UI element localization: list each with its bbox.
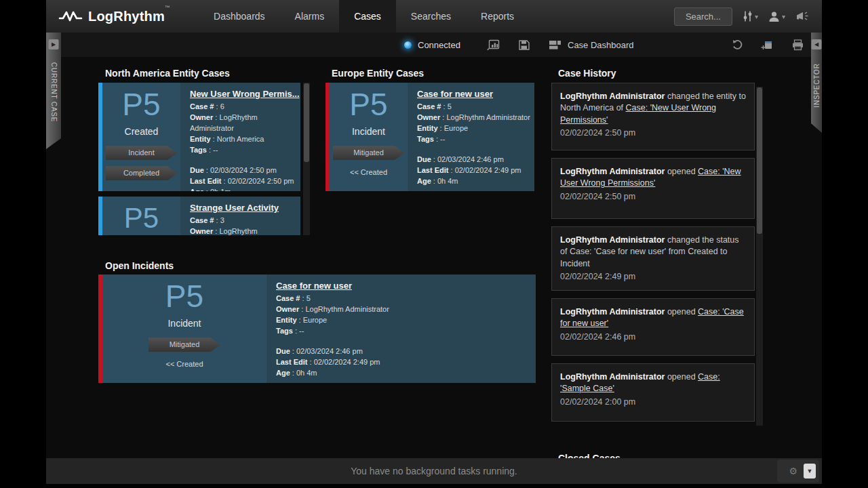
- main-nav: Dashboards Alarms Cases Searches Reports: [199, 0, 529, 33]
- settings-gear-icon[interactable]: ⚙: [789, 466, 797, 476]
- print-icon[interactable]: [791, 39, 804, 51]
- case-card-details: Case for new user Case # : 5 Owner : Log…: [408, 83, 534, 191]
- save-dashboard-button[interactable]: [518, 39, 530, 51]
- case-card-details: New User Wrong Permis... Case # : 6 Owne…: [180, 83, 300, 191]
- case-due: 02/03/2024 2:46 pm: [296, 347, 363, 355]
- user-icon: [768, 10, 781, 23]
- user-menu-dropdown[interactable]: ▾: [768, 10, 785, 23]
- history-entry: LogRhythm Administrator opened Case: 'Ca…: [551, 298, 755, 356]
- collapse-statusbar-button[interactable]: ▼: [804, 464, 816, 479]
- history-action: opened: [665, 372, 698, 382]
- case-card-case-for-new-user[interactable]: P5 Incident Mitigated << Created Case fo…: [326, 83, 534, 191]
- nav-searches[interactable]: Searches: [396, 0, 466, 33]
- case-card-details: Case for new user Case # : 5 Owner : Log…: [267, 274, 536, 383]
- case-history-scrollbar[interactable]: [756, 87, 763, 426]
- case-card-details: Strange User Activity Case # : 3 Owner :…: [180, 197, 300, 235]
- europe-section-title: Europe Entity Cases: [332, 68, 424, 79]
- actor-name: LogRhythm Administrator: [560, 235, 665, 245]
- case-title-link[interactable]: Strange User Activity: [190, 203, 300, 213]
- case-dashboard-selector[interactable]: Case Dashboard: [549, 40, 634, 50]
- undo-reset-icon[interactable]: [731, 39, 743, 51]
- case-tags: --: [213, 146, 218, 154]
- case-card-left-pane: P5 Incident Mitigated << Created: [330, 83, 408, 191]
- sliders-icon: [742, 10, 753, 22]
- background-tasks-statusbar: You have no background tasks running. ⚙ …: [46, 458, 822, 484]
- case-tags: --: [440, 135, 445, 143]
- actor-name: LogRhythm Administrator: [560, 307, 665, 317]
- case-status: Created: [125, 126, 159, 137]
- nav-cases[interactable]: Cases: [339, 0, 396, 33]
- case-owner: LogRhythm Administrator: [446, 113, 530, 121]
- actor-name: LogRhythm Administrator: [560, 167, 665, 176]
- topnav-right-controls: Search... ▾: [674, 0, 822, 33]
- dashboard-toolbar: Connected: [46, 33, 822, 57]
- case-age: 0h 4m: [437, 177, 458, 185]
- case-owner: LogRhythm Administrator: [305, 305, 389, 313]
- open-incident-card-case-for-new-user[interactable]: P5 Incident Mitigated << Created Case fo…: [98, 274, 536, 383]
- background-tasks-message: You have no background tasks running.: [351, 466, 517, 476]
- history-action: opened: [665, 307, 698, 317]
- announcements-button[interactable]: [795, 10, 810, 22]
- case-card-left-pane: P5: [102, 197, 180, 235]
- statusbar-controls: ⚙ ▼: [777, 460, 819, 483]
- north-america-scrollbar[interactable]: [303, 83, 310, 235]
- case-status: Incident: [352, 126, 385, 137]
- case-last-edit: 02/02/2024 2:49 pm: [314, 358, 380, 366]
- history-action: opened: [665, 167, 698, 176]
- priority-label: P5: [124, 203, 159, 233]
- case-entity: North America: [217, 135, 264, 143]
- megaphone-icon: [795, 10, 810, 22]
- case-tags: --: [299, 327, 304, 335]
- logrhythm-app-window: LogRhythm™ Dashboards Alarms Cases Searc…: [46, 0, 822, 484]
- case-title-link[interactable]: Case for new user: [276, 281, 536, 291]
- dashboard-name-label: Case Dashboard: [568, 40, 634, 50]
- current-case-tab[interactable]: ▶ CURRENT CASE: [46, 33, 61, 149]
- status-change-button-completed[interactable]: Completed: [106, 166, 178, 180]
- history-timestamp: 02/02/2024 2:46 pm: [560, 331, 746, 343]
- priority-label: P5: [165, 280, 203, 312]
- case-card-left-pane: P5 Created Incident Completed: [102, 83, 180, 191]
- case-last-edit: 02/02/2024 2:49 pm: [455, 166, 521, 174]
- connection-status: Connected: [404, 33, 460, 57]
- case-title-link[interactable]: Case for new user: [417, 89, 534, 99]
- toolbar-right-actions: [731, 33, 804, 57]
- case-last-edit: 02/02/2024 2:50 pm: [228, 177, 294, 185]
- case-age: 0h 4m: [296, 369, 317, 377]
- history-entry: LogRhythm Administrator opened Case: 'Ne…: [551, 158, 755, 219]
- add-widget-chart-button[interactable]: [487, 39, 500, 51]
- nav-reports[interactable]: Reports: [466, 0, 529, 33]
- search-button[interactable]: Search...: [674, 7, 732, 26]
- nav-dashboards[interactable]: Dashboards: [199, 0, 280, 33]
- case-history-section-title: Case History: [558, 68, 616, 79]
- history-entry: LogRhythm Administrator changed the stat…: [551, 226, 755, 291]
- expand-inspector-icon[interactable]: ◀: [812, 39, 822, 49]
- inspector-tab[interactable]: ◀ INSPECTOR: [811, 33, 822, 133]
- case-card-new-user-wrong-permissions[interactable]: P5 Created Incident Completed New User W…: [98, 83, 300, 191]
- logrhythm-logo-icon: [58, 8, 83, 24]
- history-timestamp: 02/02/2024 2:49 pm: [560, 271, 746, 283]
- triangle-down-icon: ▼: [807, 468, 813, 474]
- revert-status-link[interactable]: << Created: [165, 360, 203, 368]
- top-navigation-bar: LogRhythm™ Dashboards Alarms Cases Searc…: [46, 0, 822, 33]
- connected-label: Connected: [418, 40, 460, 50]
- logrhythm-brand: LogRhythm™: [46, 0, 170, 33]
- scrollbar-thumb[interactable]: [304, 83, 309, 162]
- nav-alarms[interactable]: Alarms: [280, 0, 340, 33]
- case-due: 02/03/2024 2:46 pm: [437, 155, 504, 163]
- status-change-button-incident[interactable]: Incident: [106, 146, 178, 160]
- expand-current-case-icon[interactable]: ▶: [49, 39, 59, 49]
- filter-options-dropdown[interactable]: ▾: [742, 10, 758, 22]
- revert-status-link[interactable]: << Created: [350, 168, 387, 176]
- north-america-section-title: North America Entity Cases: [105, 68, 230, 79]
- current-case-tab-label: CURRENT CASE: [50, 62, 58, 122]
- case-entity: Europe: [303, 316, 327, 324]
- case-card-strange-user-activity[interactable]: P5 Strange User Activity Case # : 3 Owne…: [98, 197, 300, 235]
- scrollbar-thumb[interactable]: [757, 87, 762, 234]
- trademark-symbol: ™: [165, 5, 170, 11]
- add-widget-icon[interactable]: [761, 39, 774, 51]
- priority-label: P5: [122, 88, 160, 121]
- case-title-link[interactable]: New User Wrong Permis...: [190, 89, 300, 99]
- case-number: 6: [220, 102, 224, 110]
- status-change-button-mitigated[interactable]: Mitigated: [149, 338, 220, 352]
- status-change-button-mitigated[interactable]: Mitigated: [333, 146, 405, 160]
